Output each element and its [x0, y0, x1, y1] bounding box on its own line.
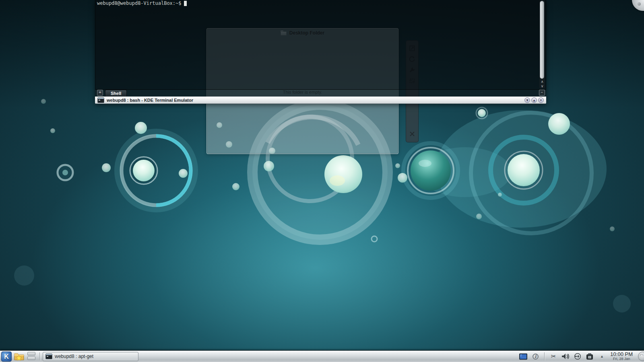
terminal-window[interactable]: webupd8@webupd8-VirtualBox:~$ ∧ ∨ + Shel…: [95, 0, 546, 104]
window-title: webupd8 : bash - KDE Terminal Emulator: [107, 98, 193, 103]
panel-toolbox-cashew[interactable]: [638, 352, 644, 361]
scissors-icon: ✂: [551, 353, 556, 360]
terminal-prompt: webupd8@webupd8-VirtualBox:~$: [97, 0, 182, 6]
close-button[interactable]: ×: [538, 97, 544, 103]
system-tray: i ✂ ▲: [519, 352, 606, 360]
clock-date: Fri, 28 Jan: [610, 357, 633, 361]
taskbar-panel: K webupd8 : apt-get i: [0, 350, 644, 362]
scrollbar-thumb[interactable]: [540, 1, 544, 79]
scrollbar-down-button[interactable]: ∨: [539, 84, 545, 88]
show-desktop-icon: [27, 352, 36, 361]
task-button-apt-get[interactable]: webupd8 : apt-get: [43, 352, 138, 361]
tab-shell[interactable]: Shell: [105, 90, 127, 97]
info-icon: i: [533, 354, 539, 360]
usb-device-notifier-icon[interactable]: [574, 352, 582, 360]
tray-separator: [544, 352, 545, 360]
task-button-label: webupd8 : apt-get: [55, 354, 93, 359]
volume-icon[interactable]: [561, 352, 570, 360]
tabbar-corner-button[interactable]: −: [539, 90, 545, 96]
kde-menu-button[interactable]: K: [1, 352, 12, 362]
window-buttons: ▾ ▴ ×: [524, 97, 544, 103]
terminal-cursor: [184, 1, 187, 6]
terminal-titlebar[interactable]: webupd8 : bash - KDE Terminal Emulator ▾…: [95, 97, 546, 104]
printer-icon[interactable]: [586, 352, 594, 360]
close-widget-icon[interactable]: [409, 131, 415, 137]
klipper-clipboard-icon[interactable]: ✂: [549, 352, 557, 360]
new-tab-button[interactable]: +: [97, 90, 103, 96]
bookmarks-folder-launcher[interactable]: [14, 351, 24, 362]
terminal-prompt-line: webupd8@webupd8-VirtualBox:~$: [97, 0, 187, 6]
display-settings-icon[interactable]: [519, 352, 527, 360]
clock-time: 10:00 PM: [610, 352, 633, 357]
digital-clock[interactable]: 10:00 PM Fri, 28 Jan: [610, 352, 633, 361]
konsole-icon: [97, 97, 104, 103]
terminal-tabbar: + Shell −: [95, 89, 546, 97]
scrollbar-up-button[interactable]: ∧: [539, 80, 545, 84]
expand-tray-button[interactable]: ▲: [598, 352, 606, 360]
info-notifications-icon[interactable]: i: [531, 352, 539, 360]
expand-arrow-icon: ▲: [600, 354, 604, 358]
folder-star-icon: [14, 352, 24, 361]
panel-separator: [39, 352, 40, 360]
show-desktop-button[interactable]: [26, 351, 37, 362]
maximize-button[interactable]: ▴: [531, 97, 537, 103]
terminal-task-icon: [45, 354, 52, 359]
minimize-button[interactable]: ▾: [524, 97, 530, 103]
terminal-scrollbar[interactable]: ∧ ∨: [539, 0, 545, 88]
terminal-screen[interactable]: webupd8@webupd8-VirtualBox:~$ ∧ ∨: [95, 0, 546, 89]
